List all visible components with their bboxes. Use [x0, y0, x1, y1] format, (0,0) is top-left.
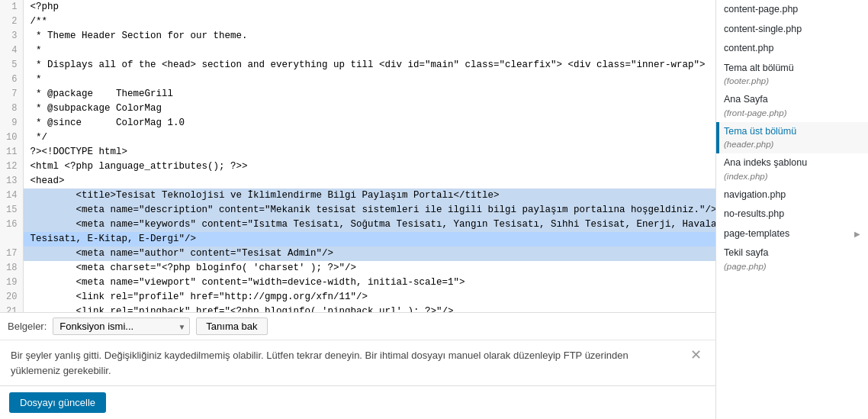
line-number: 3: [0, 29, 24, 44]
code-row: 17 <meta name="author" content="Tesisat …: [0, 247, 715, 261]
line-number: 20: [0, 290, 24, 305]
error-message: Bir şeyler yanlış gitti. Değişikliğiniz …: [11, 348, 680, 378]
line-number: 18: [0, 261, 24, 276]
sidebar-item-main-name: content-page.php: [724, 3, 860, 17]
code-row: 4 *: [0, 44, 715, 58]
code-table: 1<?php2/**3 * Theme Header Section for o…: [0, 0, 715, 312]
sidebar-item[interactable]: Ana Sayfa(front-page.php): [716, 90, 868, 122]
update-file-button[interactable]: Dosyayı güncelle: [9, 392, 106, 413]
sidebar-item[interactable]: content-single.php: [716, 20, 868, 40]
line-number: 11: [0, 145, 24, 160]
code-row: 2/**: [0, 15, 715, 29]
close-error-button[interactable]: ✕: [687, 348, 705, 362]
code-row: 16 <meta name="keywords" content="Isıtma…: [0, 218, 715, 232]
sidebar-item-main-name: page-templates: [724, 227, 789, 241]
line-number: 16: [0, 218, 24, 232]
code-content: * @package ThemeGrill: [24, 87, 715, 102]
line-number: 19: [0, 276, 24, 290]
code-content: <meta charset="<?php bloginfo( 'charset'…: [24, 261, 715, 276]
sidebar-item[interactable]: no-results.php: [716, 205, 868, 224]
code-content: <html <?php language_attributes(); ?>>: [24, 160, 715, 174]
code-content: <meta name="author" content="Tesisat Adm…: [24, 247, 715, 261]
code-row: 9 * @since ColorMag 1.0: [0, 116, 715, 131]
code-row: 15 <meta name="description" content="Mek…: [0, 203, 715, 218]
code-row: 19 <meta name="viewport" content="width=…: [0, 276, 715, 290]
code-content: * Theme Header Section for our theme.: [24, 29, 715, 44]
code-content: <title>Tesisat Teknolojisi ve İklimlendi…: [24, 189, 715, 203]
code-row: 8 * @subpackage ColorMag: [0, 102, 715, 116]
sidebar-item-main-name: navigation.php: [724, 189, 860, 202]
code-content: /**: [24, 15, 715, 29]
code-row: 6 *: [0, 73, 715, 87]
sidebar-item-main-name: content.php: [724, 42, 860, 56]
chevron-right-icon: ▶: [854, 229, 860, 240]
code-container[interactable]: 1<?php2/**3 * Theme Header Section for o…: [0, 0, 715, 312]
line-number: 4: [0, 44, 24, 58]
sidebar-item[interactable]: page-templates▶: [716, 224, 868, 244]
line-number: 17: [0, 247, 24, 261]
code-row: 13<head>: [0, 174, 715, 189]
code-row: 10 */: [0, 131, 715, 145]
bottom-bar-label: Belgeler:: [8, 321, 47, 332]
bottom-bar: Belgeler: Fonksiyon ismi... ▼ Tanıma bak: [0, 312, 715, 340]
code-content: Tesisatı, E-Kitap, E-Dergi"/>: [24, 232, 715, 247]
sidebar-item[interactable]: content.php: [716, 39, 868, 59]
line-number: 8: [0, 102, 24, 116]
code-content: *: [24, 73, 715, 87]
code-row: 21 <link rel="pingback" href="<?php blog…: [0, 305, 715, 312]
code-content: * Displays all of the <head> section and…: [24, 58, 715, 73]
code-row: 5 * Displays all of the <head> section a…: [0, 58, 715, 73]
code-row: 14 <title>Tesisat Teknolojisi ve İklimle…: [0, 189, 715, 203]
line-number: 13: [0, 174, 24, 189]
code-content: * @subpackage ColorMag: [24, 102, 715, 116]
line-number: 6: [0, 73, 24, 87]
sidebar-item[interactable]: Tema üst bölümü(header.php): [716, 122, 868, 154]
code-row: 7 * @package ThemeGrill: [0, 87, 715, 102]
sidebar-item[interactable]: navigation.php: [716, 185, 868, 205]
line-number: 5: [0, 58, 24, 73]
code-content: <link rel="profile" href="http://gmpg.or…: [24, 290, 715, 305]
line-number: 12: [0, 160, 24, 174]
line-number: 7: [0, 87, 24, 102]
code-row: 11?><!DOCTYPE html>: [0, 145, 715, 160]
select-wrapper: Fonksiyon ismi... ▼: [53, 317, 190, 335]
sidebar-item-sub-name: (page.php): [724, 260, 860, 272]
line-number: 14: [0, 189, 24, 203]
sidebar-item-main-name: content-single.php: [724, 23, 860, 37]
code-content: ?><!DOCTYPE html>: [24, 145, 715, 160]
sidebar-item[interactable]: Tekil sayfa(page.php): [716, 243, 868, 276]
function-select[interactable]: Fonksiyon ismi...: [53, 317, 190, 335]
lookup-button[interactable]: Tanıma bak: [196, 317, 267, 335]
code-content: <meta name="viewport" content="width=dev…: [24, 276, 715, 290]
sidebar-item-sub-name: (index.php): [724, 170, 860, 182]
editor-area: 1<?php2/**3 * Theme Header Section for o…: [0, 0, 715, 419]
code-content: */: [24, 131, 715, 145]
code-row: 3 * Theme Header Section for our theme.: [0, 29, 715, 44]
line-number: 2: [0, 15, 24, 29]
sidebar-item[interactable]: content-page.php: [716, 0, 868, 20]
sidebar-item-sub-name: (header.php): [724, 138, 860, 150]
line-number: 10: [0, 131, 24, 145]
line-number: [0, 232, 24, 247]
line-number: 15: [0, 203, 24, 218]
code-content: <meta name="description" content="Mekani…: [24, 203, 715, 218]
code-content: <link rel="pingback" href="<?php bloginf…: [24, 305, 715, 312]
sidebar: content-page.phpcontent-single.phpconten…: [715, 0, 868, 419]
sidebar-item-main-name: Tema alt bölümü: [724, 62, 860, 76]
code-row: Tesisatı, E-Kitap, E-Dergi"/>: [0, 232, 715, 247]
sidebar-item[interactable]: Ana indeks şablonu(index.php): [716, 153, 868, 185]
line-number: 21: [0, 305, 24, 312]
sidebar-item-main-name: Tekil sayfa: [724, 247, 860, 260]
code-content: * @since ColorMag 1.0: [24, 116, 715, 131]
code-row: 12<html <?php language_attributes(); ?>>: [0, 160, 715, 174]
code-content: *: [24, 44, 715, 58]
sidebar-item[interactable]: Tema alt bölümü(footer.php): [716, 59, 868, 91]
error-notice: Bir şeyler yanlış gitti. Değişikliğiniz …: [0, 340, 715, 385]
sidebar-item-sub-name: (front-page.php): [724, 107, 860, 119]
code-row: 1<?php: [0, 0, 715, 15]
sidebar-item-main-name: Ana Sayfa: [724, 93, 860, 107]
footer-bar: Dosyayı güncelle: [0, 385, 715, 419]
sidebar-item-main-name: Tema üst bölümü: [724, 125, 860, 139]
code-row: 20 <link rel="profile" href="http://gmpg…: [0, 290, 715, 305]
code-content: <head>: [24, 174, 715, 189]
